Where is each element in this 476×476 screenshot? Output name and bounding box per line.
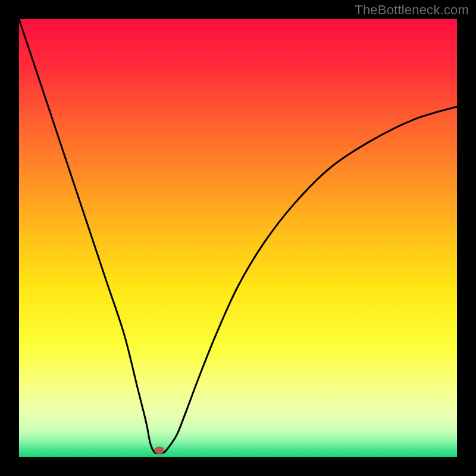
watermark-text: TheBottleneck.com <box>355 2 469 18</box>
chart-svg <box>19 19 457 457</box>
plot-area <box>19 19 457 457</box>
optimal-point-dot <box>155 447 164 454</box>
chart-frame: TheBottleneck.com <box>0 0 476 476</box>
gradient-background <box>19 19 457 457</box>
